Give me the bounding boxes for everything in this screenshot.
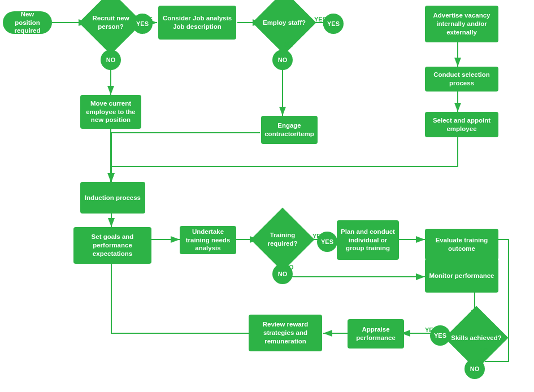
- evaluate-training-node: Evaluate training outcome: [425, 229, 498, 260]
- no-circle-1: NO: [101, 50, 121, 70]
- no-label-3: NO: [284, 264, 294, 271]
- training-needs-node: Undertake training needs analysis: [180, 226, 236, 254]
- yes-label-1: YES: [140, 16, 153, 23]
- advertise-node: Advertise vacancy internally and/or exte…: [425, 6, 498, 42]
- no-label-2: NO: [284, 41, 294, 48]
- yes-label-4: YES: [425, 326, 437, 333]
- engage-contractor-node: Engage contractor/temp: [261, 116, 318, 144]
- appraise-node: Appraise performance: [348, 319, 404, 349]
- induction-node: Induction process: [80, 182, 145, 214]
- set-goals-node: Set goals and performance expectations: [73, 227, 151, 264]
- consider-job-node: Consider Job analysis Job description: [158, 6, 236, 40]
- no-label-1: NO: [103, 41, 112, 48]
- select-appoint-node: Select and appoint employee: [425, 112, 498, 137]
- training-required-node: Training required?: [257, 219, 308, 260]
- yes-label-3: YES: [312, 233, 325, 239]
- skills-achieved-node: Skills achieved?: [451, 315, 502, 360]
- yes-label-2: YES: [314, 16, 327, 23]
- new-position-node: New position required: [3, 11, 52, 34]
- no-circle-4: NO: [464, 359, 485, 379]
- monitor-performance-node: Monitor performance: [425, 259, 498, 293]
- recruit-new-node: Recruit new person?: [86, 2, 136, 43]
- no-label-4: NO: [479, 347, 488, 354]
- move-employee-node: Move current employee to the new positio…: [80, 95, 141, 129]
- review-reward-node: Review reward strategies and remuneratio…: [249, 315, 322, 351]
- conduct-selection-node: Conduct selection process: [425, 67, 498, 92]
- no-circle-2: NO: [272, 50, 293, 70]
- plan-conduct-node: Plan and conduct individual or group tra…: [337, 220, 399, 260]
- employ-staff-node: Employ staff?: [261, 2, 307, 43]
